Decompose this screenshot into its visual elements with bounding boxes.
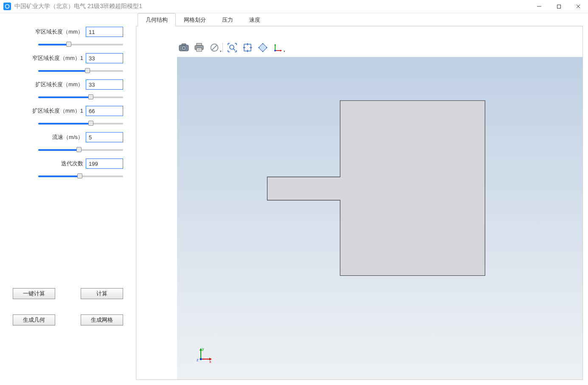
param-slider[interactable] bbox=[38, 147, 123, 153]
param-slider[interactable] bbox=[38, 173, 123, 180]
tab[interactable]: 几何结构 bbox=[138, 13, 176, 26]
svg-line-15 bbox=[212, 45, 217, 50]
svg-line-17 bbox=[234, 49, 235, 51]
generate-mesh-button[interactable]: 生成网格 bbox=[81, 314, 123, 326]
maximize-button[interactable] bbox=[549, 0, 568, 13]
param-group: 窄区域长度（mm） bbox=[13, 27, 123, 48]
generate-geometry-button[interactable]: 生成几何 bbox=[13, 314, 55, 326]
canvas-frame: ▾ bbox=[136, 26, 583, 380]
viewport-toolbar: ▾ bbox=[177, 41, 285, 54]
svg-text:x: x bbox=[209, 360, 211, 363]
svg-point-0 bbox=[6, 5, 9, 8]
svg-point-27 bbox=[200, 358, 202, 360]
tab[interactable]: 压力 bbox=[214, 13, 241, 26]
window-controls bbox=[529, 0, 588, 13]
zoom-box-icon[interactable] bbox=[225, 41, 239, 54]
param-group: 迭代次数 bbox=[13, 159, 123, 180]
svg-rect-6 bbox=[182, 44, 186, 45]
param-slider[interactable] bbox=[38, 94, 123, 101]
param-label: 窄区域长度（mm） bbox=[35, 28, 83, 36]
param-input[interactable] bbox=[86, 132, 123, 142]
svg-point-16 bbox=[230, 45, 234, 49]
param-input[interactable] bbox=[86, 79, 123, 90]
disable-icon[interactable]: ▾ bbox=[208, 41, 221, 54]
param-input[interactable] bbox=[86, 27, 123, 37]
screenshot-icon[interactable] bbox=[177, 41, 191, 54]
param-group: 流速（m/s） bbox=[13, 132, 123, 153]
svg-rect-2 bbox=[557, 5, 560, 8]
param-label: 窄区域长度（mm）1 bbox=[32, 54, 83, 62]
param-group: 扩区域长度（mm） bbox=[13, 79, 123, 101]
param-label: 流速（m/s） bbox=[52, 133, 83, 141]
calc-button[interactable]: 计算 bbox=[81, 288, 123, 299]
app-icon bbox=[3, 3, 11, 10]
svg-rect-9 bbox=[197, 43, 202, 45]
titlebar: 中国矿业大学（北京）电气 21级3班赖超阳模型1 bbox=[0, 0, 588, 13]
viewport[interactable]: y x z bbox=[177, 57, 582, 379]
svg-rect-11 bbox=[197, 48, 202, 51]
svg-text:z: z bbox=[197, 358, 199, 362]
close-button[interactable] bbox=[568, 0, 588, 13]
zoom-extents-icon[interactable] bbox=[241, 41, 254, 54]
tab-bar: 几何结构网格划分压力速度 bbox=[136, 13, 583, 26]
param-group: 扩区域长度（mm）1 bbox=[13, 106, 123, 127]
reset-view-icon[interactable] bbox=[256, 41, 270, 54]
param-input[interactable] bbox=[86, 106, 123, 116]
param-input[interactable] bbox=[86, 159, 123, 169]
tab[interactable]: 网格划分 bbox=[176, 13, 214, 26]
svg-point-8 bbox=[183, 47, 185, 49]
svg-rect-19 bbox=[259, 43, 267, 52]
tab[interactable]: 速度 bbox=[241, 13, 268, 26]
param-label: 扩区域长度（mm） bbox=[35, 81, 83, 88]
window-title: 中国矿业大学（北京）电气 21级3班赖超阳模型1 bbox=[14, 3, 142, 10]
param-label: 迭代次数 bbox=[61, 160, 83, 167]
param-input[interactable] bbox=[86, 53, 123, 63]
param-slider[interactable] bbox=[38, 41, 123, 48]
svg-point-22 bbox=[274, 50, 276, 51]
param-label: 扩区域长度（mm）1 bbox=[32, 107, 83, 115]
param-group: 窄区域长度（mm）1 bbox=[13, 53, 123, 74]
param-slider[interactable] bbox=[38, 120, 123, 127]
sidebar: 窄区域长度（mm） 窄区域长度（mm）1 扩区域长度（mm） 扩区域长度（m bbox=[0, 13, 136, 385]
content-area: 几何结构网格划分压力速度 bbox=[136, 13, 588, 385]
axis-triad: y x z bbox=[196, 346, 213, 363]
print-icon[interactable] bbox=[192, 41, 206, 54]
param-slider[interactable] bbox=[38, 68, 123, 74]
axis-orientation-icon[interactable]: ▾ bbox=[271, 41, 285, 54]
minimize-button[interactable] bbox=[529, 0, 549, 13]
svg-text:y: y bbox=[202, 347, 204, 351]
one-click-calc-button[interactable]: 一键计算 bbox=[13, 288, 55, 299]
